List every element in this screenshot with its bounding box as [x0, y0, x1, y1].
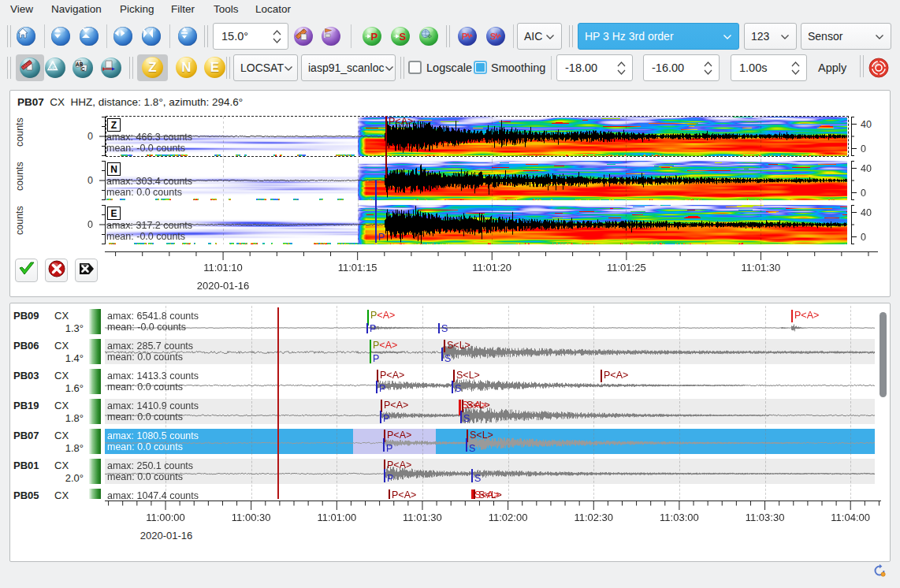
vertical-scrollbar[interactable]: [880, 312, 887, 397]
station-code[interactable]: PB07: [13, 430, 39, 441]
waveform-canvas[interactable]: [105, 459, 875, 484]
smoothing-label[interactable]: Smoothing: [491, 54, 545, 81]
pick-marker[interactable]: [601, 370, 602, 382]
skip-station-button[interactable]: [75, 259, 98, 282]
toolbar-handle[interactable]: [7, 25, 11, 47]
pick-polarity-button[interactable]: [322, 27, 340, 46]
toolbar-handle[interactable]: [129, 57, 133, 79]
pick-marker[interactable]: [384, 469, 385, 482]
pick-marker[interactable]: [466, 438, 467, 452]
picker-trace-canvas[interactable]: [106, 161, 847, 200]
phase-names-button[interactable]: ABC: [73, 58, 93, 78]
pick-marker[interactable]: [452, 381, 453, 393]
station-code[interactable]: PB03: [13, 370, 39, 381]
channel-n-button[interactable]: N: [176, 57, 197, 78]
toolbar-handle[interactable]: [860, 55, 864, 77]
apply-button[interactable]: Apply: [818, 54, 846, 81]
pick-line[interactable]: [375, 180, 377, 243]
pick-marker[interactable]: [366, 323, 368, 333]
spin-arrows-icon[interactable]: [791, 55, 800, 80]
amplitude-shrink-button[interactable]: [80, 27, 99, 46]
reject-pick-button[interactable]: [45, 259, 68, 282]
pick-marker[interactable]: [474, 489, 475, 499]
pick-p-button[interactable]: P: [363, 27, 381, 46]
angle-tool-button[interactable]: 45: [45, 58, 65, 78]
pick-marker[interactable]: [389, 489, 390, 499]
waveform-canvas[interactable]: [105, 369, 875, 394]
picker-algorithm-combo[interactable]: AIC: [517, 23, 562, 50]
time-window-button[interactable]: [101, 58, 121, 78]
logscale-label[interactable]: Logscale: [426, 54, 472, 81]
menu-view[interactable]: View: [7, 2, 36, 17]
toolbar-handle[interactable]: [446, 25, 450, 47]
locator-profile-combo[interactable]: iasp91_scanloc: [301, 54, 396, 81]
pick-marker[interactable]: [791, 310, 793, 322]
station-code[interactable]: PB05: [13, 489, 39, 501]
spectro-min-spinbox[interactable]: -18.00: [556, 54, 633, 81]
pick-marker[interactable]: [383, 438, 385, 452]
pick-marker[interactable]: [460, 411, 462, 423]
pick-marker[interactable]: [471, 469, 473, 482]
spin-arrows-icon[interactable]: [704, 55, 712, 80]
toolbar-handle[interactable]: [7, 57, 11, 79]
waveform-canvas[interactable]: [105, 339, 875, 364]
trace-row-pb03[interactable]: amax: 1413.3 countsmean: 0.0 countsP<A>P…: [105, 369, 875, 394]
picker-trace-canvas[interactable]: [106, 205, 847, 244]
measure-amplitudes-button[interactable]: [294, 27, 313, 46]
trace-row-pb05[interactable]: amax: 1047.4 countsP<A>S<A>S<L>: [105, 489, 875, 499]
waveform-canvas[interactable]: [105, 309, 875, 334]
menu-picking[interactable]: Picking: [117, 2, 158, 17]
station-code[interactable]: PB09: [13, 310, 39, 322]
toolbar-handle[interactable]: [400, 57, 404, 79]
spectro-max-spinbox[interactable]: -16.00: [643, 54, 720, 81]
time-zoom-out-button[interactable]: [113, 27, 132, 46]
fit-amplitudes-button[interactable]: [178, 27, 197, 46]
measure-distance-button[interactable]: [20, 58, 40, 78]
menu-locator[interactable]: Locator: [252, 2, 294, 17]
pick-marker[interactable]: [444, 340, 445, 352]
relocate-globe-button[interactable]: [419, 27, 438, 46]
unit-combo[interactable]: Sensor: [801, 23, 891, 50]
channel-z-button[interactable]: Z: [142, 57, 163, 78]
channel-e-button[interactable]: E: [204, 57, 225, 78]
pick-s-button[interactable]: S: [391, 27, 410, 46]
station-code[interactable]: PB19: [13, 400, 39, 411]
pick-marker[interactable]: [376, 381, 377, 393]
pick-marker[interactable]: [370, 340, 371, 363]
trace-row-pb01[interactable]: amax: 250.1 countsmean: 0.0 countsP<A>PS: [105, 459, 875, 484]
spin-arrows-icon[interactable]: [617, 55, 626, 80]
pick-line[interactable]: [385, 116, 387, 178]
s-waveform-button[interactable]: S: [486, 27, 505, 46]
trace-row-pb19[interactable]: amax: 1410.9 countsmean: 0.0 countsP<A>P…: [105, 399, 875, 424]
relocate-target-button[interactable]: [868, 58, 889, 81]
filter-combo[interactable]: HP 3 Hz 3rd order: [578, 23, 739, 50]
accept-pick-button[interactable]: [15, 259, 38, 282]
menu-navigation[interactable]: Navigation: [48, 2, 105, 17]
toolbar-handle[interactable]: [204, 25, 208, 47]
pick-marker[interactable]: [462, 400, 463, 412]
menu-tools[interactable]: Tools: [210, 2, 242, 17]
toolbar-handle[interactable]: [226, 57, 230, 79]
home-view-button[interactable]: [17, 27, 35, 46]
pick-marker[interactable]: [380, 411, 381, 423]
time-window-spinbox[interactable]: 1.00s: [731, 54, 807, 81]
trace-row-pb09[interactable]: amax: 6541.8 countsmean: -0.0 countsP<A>…: [105, 309, 875, 334]
smoothing-checkbox[interactable]: [474, 61, 487, 74]
station-code[interactable]: PB01: [13, 460, 39, 471]
trace-row-pb06[interactable]: amax: 285.7 countsmean: 0.0 countsP<A>PS…: [105, 339, 875, 364]
pick-marker[interactable]: [453, 370, 455, 382]
trace-row-pb07[interactable]: amax: 1080.5 countsmean: 0.0 countsP<A>P…: [105, 429, 875, 454]
menu-filter[interactable]: Filter: [168, 2, 198, 17]
p-waveform-button[interactable]: P: [458, 27, 477, 46]
toolbar-handle[interactable]: [569, 25, 573, 47]
pick-marker[interactable]: [438, 323, 440, 333]
rotation-combo[interactable]: 123: [744, 23, 797, 50]
locator-combo[interactable]: LOCSAT: [233, 54, 298, 81]
amplitude-zoom-button[interactable]: [51, 27, 70, 46]
logscale-checkbox[interactable]: [408, 61, 422, 74]
station-code[interactable]: PB06: [13, 340, 39, 352]
time-zoom-in-button[interactable]: [142, 27, 161, 46]
zoom-angle-spinbox[interactable]: 15.0°: [213, 23, 288, 50]
pick-marker[interactable]: [441, 348, 443, 361]
spin-arrows-icon[interactable]: [273, 24, 281, 49]
